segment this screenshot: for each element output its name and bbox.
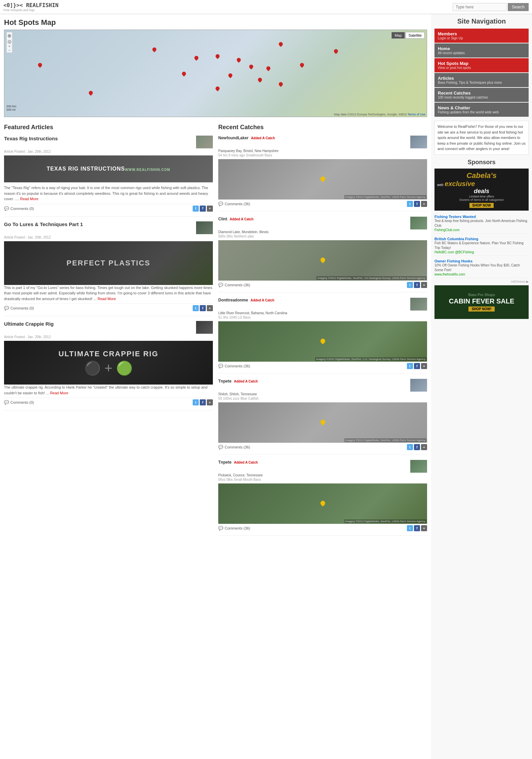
comments-link[interactable]: 💬 Comments (36) <box>218 283 250 287</box>
sidebar-item-news[interactable]: News & Chatter Fishing updates from the … <box>434 103 529 117</box>
facebook-icon[interactable]: f <box>200 399 206 405</box>
text-ad-title[interactable]: British Columbia Fishing <box>434 237 529 241</box>
comments-link[interactable]: 💬 Comments (36) <box>218 202 250 206</box>
text-ad-link[interactable]: FishingClub.com <box>434 228 529 232</box>
plus-icon[interactable]: + <box>207 206 213 212</box>
map-pin[interactable] <box>249 64 254 70</box>
twitter-icon[interactable]: t <box>407 201 413 207</box>
comments-link[interactable]: 💬 Comments (36) <box>218 526 250 531</box>
comment-icon: 💬 <box>218 445 223 449</box>
read-more-link[interactable]: Read More <box>50 391 68 395</box>
catch-added-label: Added A Catch <box>251 298 274 302</box>
twitter-icon[interactable]: t <box>407 363 413 369</box>
comments-link[interactable]: 💬 Comments (0) <box>4 306 34 311</box>
facebook-icon[interactable]: f <box>414 363 420 369</box>
catch-header: Tnpete Added A Catch <box>218 460 427 473</box>
plus-icon[interactable]: + <box>207 399 213 405</box>
sidebar-item-recent-catches[interactable]: Recent Catches 100 most recently logged … <box>434 88 529 102</box>
search-input[interactable] <box>453 3 506 11</box>
twitter-icon[interactable]: t <box>407 525 413 531</box>
read-more-link[interactable]: Read More <box>20 197 38 201</box>
welcome-text: Welcome to RealFishin'! For those of you… <box>434 121 529 155</box>
plus-icon[interactable]: + <box>421 444 427 450</box>
map-pin[interactable] <box>299 62 305 68</box>
map-pin[interactable] <box>181 71 187 76</box>
twitter-icon[interactable]: t <box>407 444 413 450</box>
plus-icon[interactable]: + <box>421 525 427 531</box>
social-icons: t f + <box>407 201 427 207</box>
map-pin[interactable] <box>151 46 157 52</box>
map-pin[interactable] <box>37 62 43 68</box>
sidebar-item-hotspots[interactable]: Hot Spots Map View or post hot spots <box>434 58 529 72</box>
catch-user-info: Tnpete Added A Catch <box>218 460 258 465</box>
cabelas-banner[interactable]: Cabela's web exclusive deals Limited-tim… <box>434 169 529 211</box>
twitter-icon[interactable]: t <box>193 399 199 405</box>
sidebar-item-articles[interactable]: Articles Bass Fishing, Tips & Techniques… <box>434 73 529 87</box>
text-ad-link[interactable]: HelloBC.com @BCFishing <box>434 250 529 254</box>
bass-pro-banner[interactable]: Bass Pro Shops CABIN FEVER SALE SHOP NOW… <box>434 285 529 319</box>
article-item: Texas Rig Instructions Article Posted : … <box>4 136 213 217</box>
sidebar-item-members[interactable]: Members Login or Sign Up <box>434 29 529 43</box>
article-date: Article Posted : Jan. 20th, 2012 <box>4 236 213 239</box>
map-pin[interactable] <box>257 77 263 82</box>
catch-location: Diamond Lake, Mundelein, Illinois <box>218 230 427 234</box>
article-image: PERFECT PLASTICS <box>4 241 213 285</box>
text-ad-title[interactable]: Owner Fishing Hooks <box>434 259 529 263</box>
comments-link[interactable]: 💬 Comments (36) <box>218 364 250 368</box>
twitter-icon[interactable]: t <box>407 282 413 288</box>
article-item: Go To Lures & Techniques Part 1 Article … <box>4 221 213 317</box>
two-col: Featured Articles Texas Rig Instructions… <box>4 124 427 541</box>
cabelas-shop-button[interactable]: SHOP NOW <box>469 203 493 208</box>
twitter-icon[interactable]: t <box>193 305 199 311</box>
text-ad-title[interactable]: Fishing Testers Wanted <box>434 215 529 219</box>
plus-icon[interactable]: + <box>421 282 427 288</box>
sidebar-item-home[interactable]: Home All recent updates <box>434 43 529 58</box>
catch-map-pin <box>319 500 326 507</box>
twitter-icon[interactable]: t <box>193 206 199 212</box>
map-terms[interactable]: Terms of Use <box>408 113 425 116</box>
map-controls[interactable]: ⊕◎ +– <box>6 32 12 53</box>
facebook-icon[interactable]: f <box>414 525 420 531</box>
facebook-icon[interactable]: f <box>414 444 420 450</box>
facebook-icon[interactable]: f <box>200 206 206 212</box>
map-pin[interactable] <box>88 90 94 96</box>
article-footer: 💬 Comments (0) t f + <box>4 303 213 311</box>
ad-choices[interactable]: AdChoices ▶ <box>434 280 529 283</box>
search-button[interactable]: Search <box>508 3 529 11</box>
map-pin[interactable] <box>215 53 221 59</box>
logo-area: <0]}>< REALFISHIN Free Hotspots and logs <box>3 2 59 12</box>
comments-text: Comments (36) <box>225 445 250 449</box>
bass-pro-shop-button[interactable]: SHOP NOW! <box>468 306 495 312</box>
comments-link[interactable]: 💬 Comments (0) <box>4 400 34 405</box>
facebook-icon[interactable]: f <box>200 305 206 311</box>
article-title: Go To Lures & Techniques Part 1 <box>4 221 83 227</box>
social-icons: t f + <box>407 282 427 288</box>
map-pin[interactable] <box>236 57 241 63</box>
map-pin[interactable] <box>227 73 233 78</box>
text-ad-link[interactable]: www.thehookfix.com <box>434 273 529 276</box>
cabelas-deals: deals <box>437 188 526 195</box>
map-pin[interactable] <box>215 85 221 91</box>
map-btn-map[interactable]: Map <box>391 32 405 39</box>
comments-link[interactable]: 💬 Comments (36) <box>218 445 250 449</box>
map-pin[interactable] <box>278 41 284 47</box>
plus-icon[interactable]: + <box>207 305 213 311</box>
catch-thumbnail <box>410 460 427 473</box>
plus-icon[interactable]: + <box>421 201 427 207</box>
catch-map-footer: Imagery ©2012 DigitalGlobe, GeoFire, US … <box>316 276 426 280</box>
catch-time: 06oz 0tbs Small Mouth Bass <box>218 478 427 481</box>
articles-col: Featured Articles Texas Rig Instructions… <box>4 124 213 541</box>
read-more-link[interactable]: Read More <box>98 297 116 301</box>
catch-added-label: Added A Catch <box>234 461 258 464</box>
map-pin[interactable] <box>194 55 199 61</box>
comments-link[interactable]: 💬 Comments (0) <box>4 206 34 211</box>
facebook-icon[interactable]: f <box>414 282 420 288</box>
map-pin[interactable] <box>278 81 284 87</box>
map-pin[interactable] <box>333 48 339 54</box>
search-area: Search <box>453 3 529 11</box>
facebook-icon[interactable]: f <box>414 201 420 207</box>
map-pin[interactable] <box>265 66 271 71</box>
catch-user-info: NewfoundLaker Added A Catch <box>218 136 275 140</box>
map-btn-satellite[interactable]: Satellite <box>406 32 425 39</box>
plus-icon[interactable]: + <box>421 363 427 369</box>
